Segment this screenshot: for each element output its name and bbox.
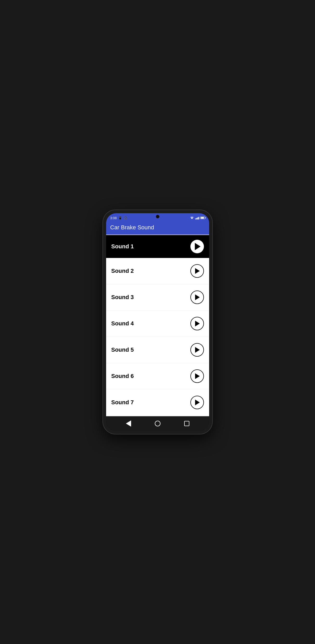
headset-icon: 🎧 bbox=[124, 216, 127, 220]
back-icon bbox=[126, 420, 131, 427]
sound-label-6: Sound 6 bbox=[111, 373, 134, 380]
battery-icon bbox=[200, 217, 205, 219]
signal-bars bbox=[195, 216, 199, 219]
home-button[interactable] bbox=[153, 419, 162, 428]
play-button-6[interactable] bbox=[190, 369, 204, 383]
play-triangle-3 bbox=[195, 294, 200, 300]
sound-item-5[interactable]: Sound 5 bbox=[106, 337, 209, 363]
play-triangle-featured bbox=[195, 243, 201, 250]
sound-list: Sound 2 Sound 3 Sound 4 Sound 5 bbox=[106, 258, 209, 416]
sound-item-2[interactable]: Sound 2 bbox=[106, 258, 209, 284]
sound-item-4[interactable]: Sound 4 bbox=[106, 311, 209, 337]
sound-item-featured[interactable]: Sound 1 bbox=[106, 235, 209, 258]
recents-button[interactable] bbox=[182, 419, 191, 428]
phone-screen: 3:08 📱 🎧 bbox=[106, 213, 209, 431]
play-button-3[interactable] bbox=[190, 291, 204, 304]
app-title: Car Brake Sound bbox=[110, 224, 154, 231]
nav-bar bbox=[106, 416, 209, 431]
home-icon bbox=[155, 421, 160, 426]
sound-label-2: Sound 2 bbox=[111, 268, 134, 274]
play-triangle-6 bbox=[195, 373, 200, 379]
sound-label-7: Sound 7 bbox=[111, 399, 134, 406]
camera-notch bbox=[156, 215, 159, 218]
featured-sound-label: Sound 1 bbox=[111, 243, 134, 250]
sound-label-5: Sound 5 bbox=[111, 346, 134, 353]
play-button-4[interactable] bbox=[190, 317, 204, 330]
play-triangle-4 bbox=[195, 321, 200, 326]
sound-item-6[interactable]: Sound 6 bbox=[106, 363, 209, 389]
sound-label-3: Sound 3 bbox=[111, 294, 134, 301]
wifi-icon bbox=[190, 216, 194, 220]
back-button[interactable] bbox=[124, 419, 133, 428]
sound-item-3[interactable]: Sound 3 bbox=[106, 284, 209, 311]
sound-label-4: Sound 4 bbox=[111, 320, 134, 327]
play-triangle-5 bbox=[195, 347, 200, 353]
play-button-2[interactable] bbox=[190, 264, 204, 278]
play-button-5[interactable] bbox=[190, 343, 204, 357]
play-button-featured[interactable] bbox=[190, 240, 204, 253]
play-triangle-7 bbox=[195, 400, 200, 405]
status-left: 3:08 📱 🎧 bbox=[110, 216, 127, 220]
sound-item-7[interactable]: Sound 7 bbox=[106, 389, 209, 416]
recents-icon bbox=[184, 421, 189, 426]
phone-frame: 3:08 📱 🎧 bbox=[103, 210, 212, 434]
status-time: 3:08 bbox=[110, 216, 117, 220]
play-triangle-2 bbox=[195, 268, 200, 274]
app-bar: Car Brake Sound bbox=[106, 222, 209, 235]
play-button-7[interactable] bbox=[190, 396, 204, 409]
camera-dot bbox=[156, 215, 159, 218]
status-right bbox=[190, 216, 205, 220]
sim-icon: 📱 bbox=[118, 216, 122, 220]
